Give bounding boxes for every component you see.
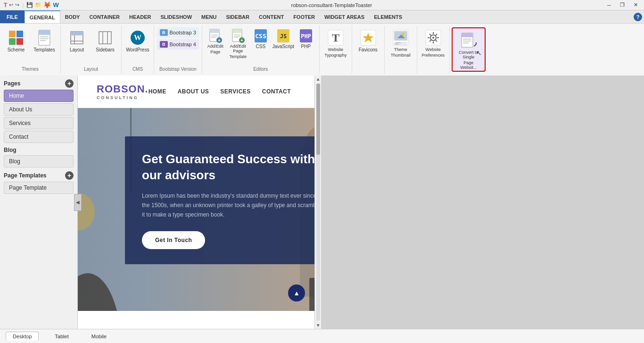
- tab-slideshow[interactable]: SLIDESHOW: [156, 10, 197, 23]
- website-preferences-button[interactable]: Website Preferences: [420, 27, 446, 59]
- close-btn[interactable]: ✕: [631, 1, 640, 9]
- tab-container[interactable]: CONTAINER: [84, 10, 124, 23]
- bootstrap4-label: Bootstrap 4: [170, 42, 196, 47]
- themes-items: Scheme Templates: [3, 27, 58, 66]
- add-template-button[interactable]: +: [65, 171, 74, 180]
- help-button[interactable]: ?: [634, 13, 642, 21]
- layout-items: Layout Sidebars: [64, 27, 118, 66]
- minimize-btn[interactable]: ─: [604, 1, 614, 9]
- layout-group-label: Layout: [84, 66, 98, 72]
- svg-rect-22: [211, 37, 216, 38]
- restore-btn[interactable]: ❐: [618, 1, 627, 9]
- collapse-sidebar-button[interactable]: ◀: [74, 194, 82, 211]
- svg-rect-61: [462, 33, 473, 37]
- add-edit-page-button[interactable]: + Add/Edit Page: [205, 27, 226, 56]
- css-button[interactable]: CSS CSS: [250, 27, 271, 50]
- add-edit-page-icon: +: [208, 29, 223, 43]
- tab-sidebar[interactable]: SIDEBAR: [221, 10, 254, 23]
- svg-rect-26: [232, 29, 242, 33]
- svg-rect-63: [463, 41, 471, 42]
- bootstrap4-button[interactable]: B Bootstrap 4: [157, 39, 199, 50]
- layout-button[interactable]: Layout: [64, 27, 90, 54]
- tab-header[interactable]: HEADER: [124, 10, 156, 23]
- svg-rect-3: [17, 38, 23, 45]
- add-page-button[interactable]: +: [65, 79, 74, 88]
- svg-rect-76: [314, 280, 314, 311]
- title-bar-controls: ─ ❐ ✕: [604, 1, 640, 9]
- tab-tablet[interactable]: Tablet: [48, 332, 75, 341]
- scroll-up-arrow[interactable]: ▲: [315, 75, 322, 83]
- save-icon[interactable]: 💾: [26, 2, 33, 8]
- tab-desktop[interactable]: Desktop: [6, 332, 39, 341]
- javascript-button[interactable]: JS JavaScript: [273, 27, 294, 50]
- theme-thumbnail-icon: [392, 29, 409, 46]
- sidebar-item-services[interactable]: Services: [4, 117, 74, 129]
- nav-services[interactable]: SERVICES: [220, 88, 250, 95]
- php-button[interactable]: PHP PHP: [296, 27, 316, 50]
- add-edit-page-template-button[interactable]: + Add/Edit Page Template: [228, 27, 248, 60]
- svg-rect-47: [395, 42, 401, 43]
- theme-thumbnail-label: Theme: [394, 47, 407, 52]
- svg-rect-64: [463, 42, 469, 43]
- nav-about-us[interactable]: ABOUT US: [178, 88, 209, 95]
- add-edit-template-label2: Template: [230, 54, 247, 59]
- theme-thumbnail-button[interactable]: Theme Thumbnail: [388, 27, 414, 59]
- sidebar-item-contact[interactable]: Contact: [4, 131, 74, 143]
- title-bar-left: T ↩ ↪ | 💾 📁 🦊 W: [4, 1, 59, 8]
- svg-text:T: T: [332, 32, 339, 44]
- cursor-indicator: ↖: [476, 49, 482, 57]
- svg-text:PHP: PHP: [301, 33, 311, 40]
- svg-rect-19: [210, 29, 219, 33]
- svg-text:JS: JS: [280, 33, 287, 40]
- website-typography-button[interactable]: T Website Typography: [322, 27, 349, 59]
- preferences-icon: [425, 29, 442, 46]
- svg-text:CSS: CSS: [255, 33, 266, 40]
- themes-group-label: Themes: [22, 66, 39, 72]
- svg-rect-13: [99, 32, 111, 44]
- tab-general[interactable]: GENERAL: [25, 10, 60, 23]
- site-logo-name: ROBSON.: [97, 83, 149, 95]
- templates-button[interactable]: Templates: [31, 27, 58, 54]
- ribbon-group-themes: Scheme Templates Themes: [0, 25, 61, 74]
- svg-rect-2: [9, 38, 16, 45]
- tab-elements[interactable]: ELEMENTS: [369, 10, 407, 23]
- redo-icon[interactable]: ↪: [15, 2, 19, 8]
- undo-icon[interactable]: ↩: [9, 2, 13, 8]
- tab-mobile[interactable]: Mobile: [85, 332, 113, 341]
- site-logo-subtitle: CONSULTING: [97, 95, 149, 100]
- tab-file[interactable]: FILE: [0, 10, 25, 23]
- scheme-button[interactable]: Scheme: [3, 27, 29, 54]
- v-scroll-track[interactable]: [316, 84, 320, 321]
- sidebar-item-blog[interactable]: Blog: [4, 155, 74, 167]
- svg-text:+: +: [218, 38, 221, 43]
- scroll-up-button[interactable]: ▲: [288, 284, 305, 301]
- sidebar-item-home[interactable]: Home: [4, 90, 74, 102]
- sidebar-item-page-template[interactable]: Page Template: [4, 182, 74, 194]
- website-preferences-label: Website: [426, 47, 441, 52]
- title-bar: T ↩ ↪ | 💾 📁 🦊 W robson-consultant-Templa…: [0, 0, 644, 10]
- sidebars-icon: [97, 29, 114, 46]
- favicons-button[interactable]: Favicons: [355, 27, 381, 54]
- svg-rect-27: [234, 34, 240, 35]
- svg-rect-5: [39, 30, 50, 35]
- tab-footer[interactable]: FOOTER: [289, 10, 320, 23]
- bootstrap3-button[interactable]: B Bootstrap 3: [157, 27, 199, 38]
- sidebar-item-about-us[interactable]: About Us: [4, 103, 74, 116]
- bootstrap-items: B Bootstrap 3 B Bootstrap 4: [157, 27, 199, 66]
- site-logo: ROBSON. CONSULTING: [97, 83, 149, 100]
- open-icon[interactable]: 📁: [35, 2, 41, 8]
- nav-home[interactable]: HOME: [149, 88, 166, 95]
- tab-widget-areas[interactable]: WIDGET AREAS: [320, 10, 369, 23]
- tab-content[interactable]: CONTENT: [254, 10, 289, 23]
- bs4-badge: B: [160, 41, 168, 48]
- nav-contact[interactable]: CONTACT: [262, 88, 291, 95]
- tab-body[interactable]: BODY: [60, 10, 85, 23]
- sidebars-button[interactable]: Sidebars: [92, 27, 118, 54]
- wordpress-button[interactable]: W WordPress: [124, 27, 151, 54]
- scroll-down-arrow[interactable]: ▼: [315, 322, 322, 329]
- separator: |: [22, 2, 24, 8]
- tab-menu[interactable]: MENU: [197, 10, 221, 23]
- pages-label: Pages: [4, 80, 20, 87]
- svg-rect-29: [234, 37, 239, 38]
- hero-cta-button[interactable]: Get In Touch: [142, 231, 205, 249]
